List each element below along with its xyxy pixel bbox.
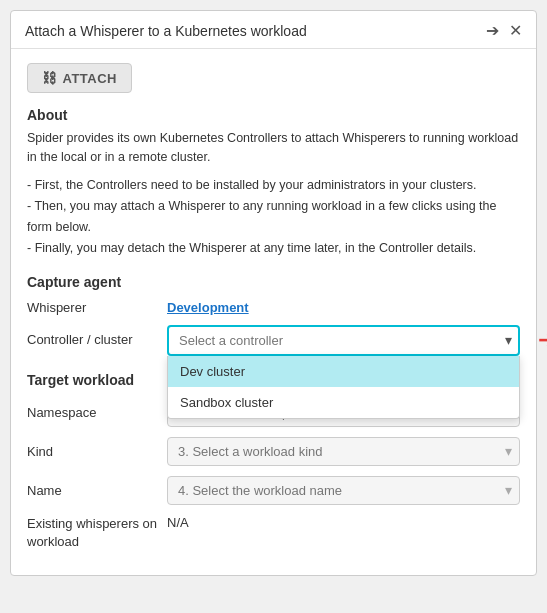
name-select-wrapper: ▾ xyxy=(167,476,520,505)
dropdown-item-dev-cluster[interactable]: Dev cluster xyxy=(168,356,519,387)
capture-agent-section-title: Capture agent xyxy=(27,274,520,290)
whisperer-value: Development xyxy=(167,300,249,315)
pin-icon[interactable]: ➔ xyxy=(486,21,499,40)
panel-body: ⛓ ATTACH About Spider provides its own K… xyxy=(11,49,536,575)
kind-select-input[interactable] xyxy=(167,437,520,466)
controller-dropdown: Dev cluster Sandbox cluster xyxy=(167,356,520,419)
kind-row: Kind ▾ xyxy=(27,437,520,466)
name-label: Name xyxy=(27,483,167,498)
main-panel: Attach a Whisperer to a Kubernetes workl… xyxy=(10,10,537,576)
controller-select-wrapper: ▾ Dev cluster Sandbox cluster ➔ xyxy=(167,325,520,356)
about-bullets: - First, the Controllers need to be inst… xyxy=(27,175,520,260)
whisperer-label: Whisperer xyxy=(27,300,167,315)
header-icons: ➔ ✕ xyxy=(486,21,522,40)
namespace-label: Namespace xyxy=(27,405,167,420)
existing-whisperers-label: Existing whisperers on workload xyxy=(27,515,167,551)
kind-select-wrapper: ▾ xyxy=(167,437,520,466)
attach-button[interactable]: ⛓ ATTACH xyxy=(27,63,132,93)
controller-select-input[interactable] xyxy=(167,325,520,356)
panel-title: Attach a Whisperer to a Kubernetes workl… xyxy=(25,23,307,39)
attach-button-label: ATTACH xyxy=(63,71,118,86)
controller-row: Controller / cluster ▾ Dev cluster Sandb… xyxy=(27,325,520,356)
link-icon: ⛓ xyxy=(42,70,57,86)
name-row: Name ▾ xyxy=(27,476,520,505)
about-description: Spider provides its own Kubernetes Contr… xyxy=(27,129,520,167)
panel-header: Attach a Whisperer to a Kubernetes workl… xyxy=(11,11,536,49)
dropdown-item-sandbox-cluster[interactable]: Sandbox cluster xyxy=(168,387,519,418)
kind-label: Kind xyxy=(27,444,167,459)
whisperer-row: Whisperer Development xyxy=(27,300,520,315)
existing-whisperers-value: N/A xyxy=(167,515,189,530)
existing-whisperers-row: Existing whisperers on workload N/A xyxy=(27,515,520,551)
about-section-title: About xyxy=(27,107,520,123)
arrow-indicator: ➔ xyxy=(538,327,547,353)
name-select-input[interactable] xyxy=(167,476,520,505)
controller-label: Controller / cluster xyxy=(27,325,167,347)
close-icon[interactable]: ✕ xyxy=(509,21,522,40)
